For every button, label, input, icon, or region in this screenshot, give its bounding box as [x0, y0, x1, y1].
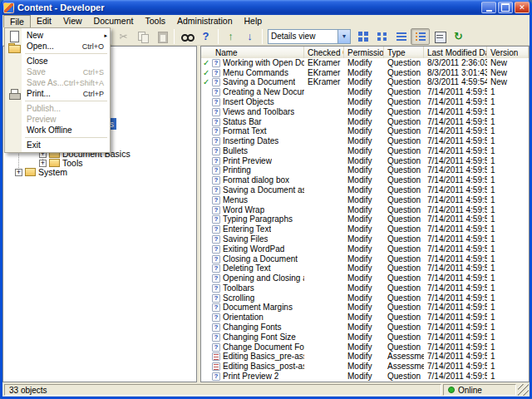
menu-file[interactable]: File — [3, 15, 31, 27]
list-row[interactable]: ?Status BarModifyQuestion7/14/2011 4:59:… — [201, 117, 529, 127]
tree-node-system[interactable]: +System — [15, 168, 67, 176]
file-menu-item-exit[interactable]: Exit — [6, 140, 109, 150]
column-header-checked-ou[interactable]: Checked Ou... — [304, 47, 344, 58]
name-cell: ?Format Text — [201, 127, 304, 135]
item-name: Views and Toolbars — [223, 108, 294, 116]
list-row[interactable]: ?Deleting TextModifyQuestion7/14/2011 4:… — [201, 264, 529, 273]
version-cell: 1 — [487, 255, 529, 264]
item-name: Entering Text — [223, 225, 271, 234]
list-row[interactable]: ✓?Menu CommandsEKramerModifyQuestion8/3/… — [201, 68, 529, 78]
item-name: Editing Basics_pre-assess... — [223, 352, 304, 361]
expand-plus-icon[interactable]: + — [15, 169, 22, 176]
list-row[interactable]: ?Document MarginsModifyQuestion7/14/2011… — [201, 303, 529, 313]
menu-tools[interactable]: Tools — [139, 15, 171, 27]
list-row[interactable]: ?Views and ToolbarsModifyQuestion7/14/20… — [201, 107, 529, 117]
version-cell: 1 — [487, 196, 529, 204]
menu-administration[interactable]: Administration — [171, 15, 239, 27]
list-row[interactable]: ?Changing FontsModifyQuestion7/14/2011 4… — [201, 323, 529, 332]
name-cell: ?Opening and Closing a Do... — [201, 274, 304, 283]
menu-item-shortcut: Ctrl+P — [83, 90, 104, 98]
find-button[interactable] — [177, 28, 196, 45]
menu-view[interactable]: View — [57, 15, 88, 27]
last-modified-cell: 7/14/2011 4:59:57 PM — [424, 108, 487, 116]
check-out-button[interactable] — [240, 28, 259, 45]
column-header-type[interactable]: Type — [384, 47, 424, 58]
large-icons-button[interactable] — [353, 28, 372, 45]
list-row[interactable]: ?OrientationModifyQuestion7/14/2011 4:59… — [201, 313, 529, 323]
list-row[interactable]: ?Closing a DocumentModifyQuestion7/14/20… — [201, 254, 529, 264]
list-row[interactable]: ?BulletsModifyQuestion7/14/2011 4:59:56 … — [201, 146, 529, 156]
file-menu-item-new[interactable]: New▸ — [6, 30, 109, 41]
close-button[interactable] — [515, 2, 530, 13]
find-icon — [180, 30, 194, 43]
question-icon: ? — [212, 206, 220, 214]
column-header-name[interactable]: Name — [201, 47, 304, 58]
dropdown-arrow-icon[interactable]: ▾ — [337, 30, 350, 43]
column-header-version[interactable]: Version — [487, 47, 529, 58]
list-row[interactable]: ?Word WrapModifyQuestion7/14/2011 4:59:5… — [201, 205, 529, 215]
list-row[interactable]: ?Insert ObjectsModifyQuestion7/14/2011 4… — [201, 97, 529, 107]
list-row[interactable]: Editing Basics_post-asses...ModifyAssess… — [201, 362, 529, 372]
column-header-last-modified-date[interactable]: Last Modified Date — [424, 47, 487, 58]
type-cell: Question — [384, 206, 424, 214]
list-row[interactable]: ?Change Document FormatsModifyQuestion7/… — [201, 342, 529, 352]
list-view-button[interactable] — [392, 28, 411, 45]
last-modified-cell: 7/14/2011 4:59:56 PM — [424, 313, 487, 322]
file-menu-item-open[interactable]: Open...Ctrl+O — [6, 41, 109, 52]
properties-button[interactable] — [430, 28, 449, 45]
maximize-button[interactable] — [498, 2, 513, 13]
menu-edit[interactable]: Edit — [31, 15, 57, 27]
check-out-icon — [244, 30, 257, 43]
list-row[interactable]: ?Print PreviewModifyQuestion7/14/2011 4:… — [201, 156, 529, 166]
list-row[interactable]: ?Format dialog boxModifyQuestion7/14/201… — [201, 175, 529, 185]
list-row[interactable]: ?Saving a Document as a ...ModifyQuestio… — [201, 185, 529, 195]
menu-document[interactable]: Document — [88, 15, 140, 27]
list-row[interactable]: Editing Basics_pre-assess...ModifyAssess… — [201, 352, 529, 362]
list-row[interactable]: ?PrintingModifyQuestion7/14/2011 4:59:56… — [201, 166, 529, 176]
list-row[interactable]: ?Print Preview 2ModifyQuestion7/14/2011 … — [201, 372, 529, 382]
details-view-select[interactable]: Details view▾ — [268, 29, 351, 44]
list-row[interactable]: ?Creating a New DocumentModifyQuestion7/… — [201, 87, 529, 97]
permission-cell: Modify — [344, 284, 384, 293]
list-row[interactable]: ?ToolbarsModifyQuestion7/14/2011 4:59:56… — [201, 283, 529, 293]
file-menu-item-print[interactable]: Print...Ctrl+P — [6, 88, 109, 99]
small-icons-button[interactable] — [372, 28, 392, 45]
permission-cell: Modify — [344, 274, 384, 283]
item-name: Editing Basics_post-asses... — [223, 362, 304, 371]
online-status-icon — [448, 387, 455, 393]
list-row[interactable]: ?Opening and Closing a Do...ModifyQuesti… — [201, 273, 529, 283]
type-cell: Question — [384, 186, 424, 195]
help-button[interactable] — [196, 28, 215, 45]
list-row[interactable]: ?MenusModifyQuestion7/14/2011 4:59:57 PM… — [201, 195, 529, 205]
column-header-permission[interactable]: Permission — [344, 47, 384, 58]
toolbar-separator — [262, 29, 263, 44]
window-title: Content - Developer — [17, 2, 481, 12]
name-cell: ?Typing Paragraphs — [201, 215, 304, 224]
list-row[interactable]: ?Typing ParagraphsModifyQuestion7/14/201… — [201, 215, 529, 225]
file-menu-item-close[interactable]: Close — [6, 56, 109, 66]
list-row[interactable]: ?ScrollingModifyQuestion7/14/2011 4:59:5… — [201, 293, 529, 303]
list-row[interactable]: ✓?Saving a DocumentEKramerModifyQuestion… — [201, 78, 529, 88]
last-modified-cell: 7/14/2011 4:59:56 PM — [424, 352, 487, 361]
list-row[interactable]: ?Exiting WordPadModifyQuestion7/14/2011 … — [201, 244, 529, 254]
list-row[interactable]: ?Inserting DatesModifyQuestion7/14/2011 … — [201, 136, 529, 146]
details-view-button[interactable] — [411, 28, 430, 45]
file-menu-item-work-offline[interactable]: Work Offline — [6, 125, 109, 135]
list-row[interactable]: ?Saving FilesModifyQuestion7/14/2011 4:5… — [201, 234, 529, 244]
tree-node-tools[interactable]: +Tools — [39, 159, 83, 167]
menu-help[interactable]: Help — [239, 15, 268, 27]
copy-icon — [136, 30, 150, 43]
version-cell: 1 — [487, 362, 529, 371]
list-row[interactable]: ?Changing Font SizeModifyQuestion7/14/20… — [201, 332, 529, 342]
permission-cell: Modify — [344, 98, 384, 106]
resize-grip-icon[interactable] — [518, 384, 529, 396]
check-in-button[interactable] — [221, 28, 240, 45]
refresh-button[interactable] — [449, 28, 468, 45]
list-row[interactable]: ?Entering TextModifyQuestion7/14/2011 4:… — [201, 224, 529, 234]
list-row[interactable]: ?Format TextModifyQuestion7/14/2011 4:59… — [201, 126, 529, 136]
list-row[interactable]: ✓?Working with Open Docu...EKramerModify… — [201, 58, 529, 68]
expand-plus-icon[interactable]: + — [39, 160, 47, 167]
permission-cell: Modify — [344, 69, 384, 77]
minimize-button[interactable] — [481, 2, 496, 13]
title-bar[interactable]: Content - Developer — [0, 0, 532, 15]
